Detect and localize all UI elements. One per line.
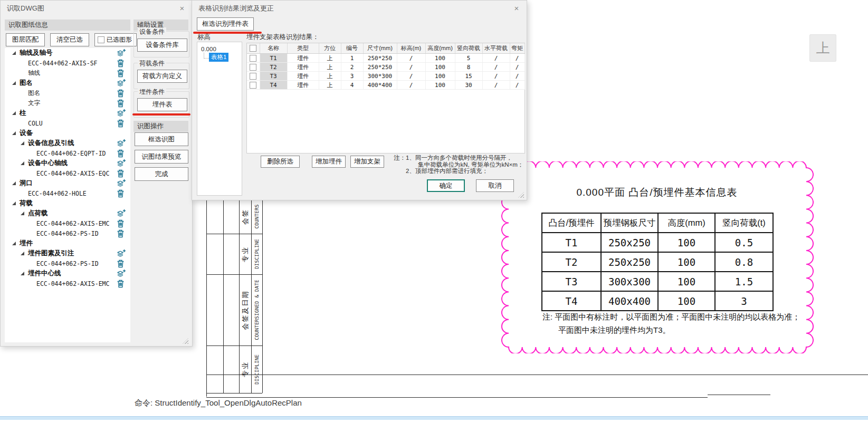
- row-checkbox[interactable]: [250, 55, 256, 62]
- table-action-button-2[interactable]: 增加支架: [350, 156, 384, 168]
- elevation-list[interactable]: 0.000 表格1: [197, 42, 242, 196]
- cad-table-cell: 1.5: [715, 272, 773, 291]
- tree-expand-icon[interactable]: [12, 242, 16, 245]
- layer-tree-group[interactable]: 设备: [5, 128, 130, 138]
- trash-icon[interactable]: [117, 229, 126, 238]
- titleblock-line: [206, 199, 207, 397]
- add-layers-icon[interactable]: [117, 139, 126, 148]
- row-checkbox[interactable]: [250, 64, 256, 71]
- layer-tree-item[interactable]: ECC-044+062-AXIS-SF: [5, 58, 130, 68]
- dwg-extract-dialog-titlebar[interactable]: 识取DWG图: [1, 1, 192, 16]
- view-orientation-button[interactable]: 上: [809, 34, 836, 62]
- row-checkbox[interactable]: [250, 82, 256, 89]
- trash-icon[interactable]: [117, 69, 126, 78]
- tree-expand-icon[interactable]: [21, 141, 24, 145]
- layer-tree-group[interactable]: 图名: [5, 78, 130, 88]
- tree-expand-icon[interactable]: [12, 131, 16, 135]
- tree-expand-icon[interactable]: [12, 51, 16, 55]
- add-layers-icon[interactable]: [117, 79, 126, 88]
- tree-expand-icon[interactable]: [21, 212, 24, 215]
- add-layers-icon[interactable]: [117, 49, 126, 57]
- table-action-button-0[interactable]: 删除所选: [261, 156, 300, 168]
- layer-tree-item[interactable]: ECC-044+062-AXIS-EMC: [5, 218, 130, 228]
- trash-icon[interactable]: [117, 59, 126, 68]
- add-layers-icon[interactable]: [117, 249, 126, 258]
- trash-icon[interactable]: [117, 119, 126, 128]
- ok-button[interactable]: 确定: [427, 179, 465, 192]
- cad-table-header: 竖向荷载(t): [715, 213, 773, 233]
- elevation-item-table1[interactable]: 表格1: [197, 53, 242, 62]
- tree-expand-icon[interactable]: [21, 161, 24, 165]
- tree-expand-icon[interactable]: [12, 181, 16, 185]
- aux-button-0[interactable]: 设备条件库: [137, 39, 187, 52]
- table-result-dialog-titlebar[interactable]: 表格识别结果浏览及更正: [192, 1, 527, 16]
- tree-expand-icon[interactable]: [12, 201, 16, 205]
- layer-tree-item[interactable]: 图名: [5, 88, 130, 98]
- trash-icon[interactable]: [117, 259, 126, 268]
- elevation-item-root[interactable]: 0.000: [197, 42, 242, 52]
- op-button-0[interactable]: 框选识图: [135, 132, 188, 146]
- rec-table-row[interactable]: T3埋件上3300*300/10015//: [247, 72, 524, 81]
- layer-tree-group[interactable]: 埋件: [5, 238, 130, 248]
- add-layers-icon[interactable]: [117, 269, 126, 278]
- trash-icon[interactable]: [117, 99, 126, 108]
- layer-tree-group[interactable]: 洞口: [5, 178, 130, 188]
- add-layers-icon[interactable]: [117, 159, 126, 168]
- op-button-2[interactable]: 完成: [135, 167, 188, 181]
- clear-selected-button[interactable]: 清空已选: [50, 33, 89, 46]
- tree-expand-icon[interactable]: [21, 252, 24, 255]
- trash-icon[interactable]: [117, 169, 126, 178]
- layer-tree-group[interactable]: 柱: [5, 108, 130, 118]
- layer-tree-item[interactable]: COLU: [5, 118, 130, 128]
- aux-button-2[interactable]: 埋件表: [137, 98, 187, 111]
- tree-expand-icon[interactable]: [12, 81, 16, 85]
- layer-tree-group[interactable]: 轴线及轴号: [5, 48, 130, 58]
- op-button-1[interactable]: 识图结果预览: [135, 150, 188, 164]
- layer-tree-item[interactable]: ECC-044+062-EQPT-ID: [5, 148, 130, 158]
- resize-grip[interactable]: [518, 192, 524, 198]
- drawing-border-line: [206, 397, 708, 398]
- layer-tree-item[interactable]: ECC-044+062-PS-ID: [5, 258, 130, 268]
- layer-tree-item[interactable]: ECC-044+062-AXIS-EQC: [5, 168, 130, 178]
- selected-graphics-checkbox[interactable]: 已选图形: [94, 33, 137, 46]
- add-layers-icon[interactable]: [117, 179, 126, 188]
- close-icon[interactable]: ×: [512, 4, 521, 13]
- add-layers-icon[interactable]: [117, 209, 126, 218]
- add-layers-icon[interactable]: [117, 109, 126, 118]
- trash-icon[interactable]: [117, 219, 126, 228]
- layer-tree-group[interactable]: 埋件图素及引注: [5, 248, 130, 258]
- resize-grip[interactable]: [183, 338, 188, 344]
- layer-tree-item[interactable]: ECC-044+062-AXIS-EMC: [5, 279, 130, 289]
- checkbox-icon[interactable]: [98, 36, 104, 43]
- rec-table-row[interactable]: T1埋件上1250*250/1005//: [247, 54, 524, 63]
- trash-icon[interactable]: [117, 89, 126, 98]
- tree-expand-icon[interactable]: [12, 111, 16, 115]
- row-checkbox[interactable]: [250, 73, 256, 80]
- trash-icon[interactable]: [117, 149, 126, 158]
- table-action-button-1[interactable]: 增加埋件: [312, 156, 346, 168]
- elevation-item-table1-label[interactable]: 表格1: [209, 53, 228, 62]
- tree-item-label: 设备中心轴线: [28, 159, 68, 168]
- layer-tree-group[interactable]: 设备中心轴线: [5, 158, 130, 168]
- layer-tree-group[interactable]: 点荷载: [5, 208, 130, 218]
- aux-button-1[interactable]: 荷载方向定义: [137, 70, 187, 83]
- layer-match-button[interactable]: 图层匹配: [6, 33, 45, 46]
- select-all-checkbox[interactable]: [250, 45, 256, 52]
- layer-tree-item[interactable]: 文字: [5, 98, 130, 108]
- rec-table-row[interactable]: T2埋件上2250*250/1008//: [247, 63, 524, 72]
- rec-table-row[interactable]: T4埋件上4400*400/10030//: [247, 81, 524, 90]
- tree-expand-icon[interactable]: [21, 272, 24, 275]
- layer-tree-group[interactable]: 荷载: [5, 198, 130, 208]
- trash-icon[interactable]: [117, 189, 126, 198]
- layer-tree-group[interactable]: 设备信息及引线: [5, 138, 130, 148]
- command-line[interactable]: 命令: StructIdentify_Tool_OpenDlgAutoRecPl…: [135, 398, 302, 408]
- close-icon[interactable]: ×: [177, 4, 187, 13]
- trash-icon[interactable]: [117, 279, 126, 288]
- layer-tree-group[interactable]: 埋件中心线: [5, 268, 130, 279]
- layer-tree-item[interactable]: ECC-044+062-HOLE: [5, 188, 130, 198]
- layer-tree-item[interactable]: 轴线: [5, 68, 130, 78]
- tree-item-label: 图名: [28, 89, 40, 97]
- cancel-button[interactable]: 取消: [476, 179, 514, 192]
- box-select-embed-table-button[interactable]: 框选识别埋件表: [197, 17, 254, 31]
- layer-tree-item[interactable]: ECC-044+062-PS-ID: [5, 228, 130, 238]
